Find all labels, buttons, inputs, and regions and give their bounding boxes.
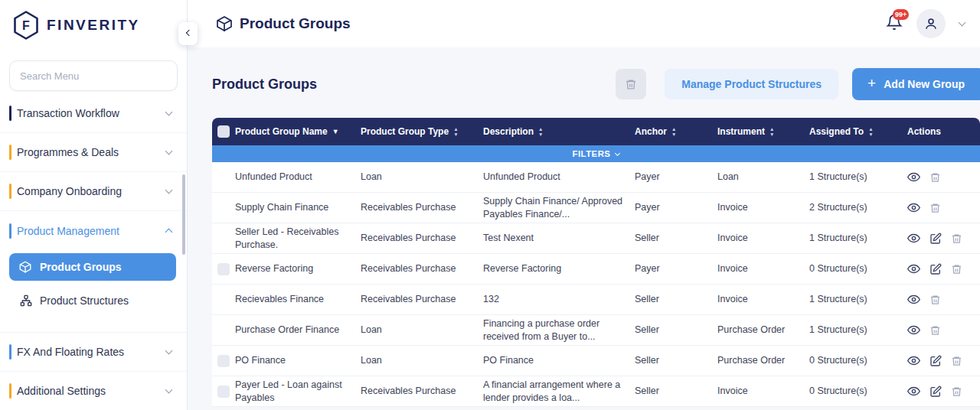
view-icon[interactable] [907,232,920,245]
user-menu-button[interactable] [916,9,946,38]
sidebar-item-fx-floating-rates[interactable]: FX And Floating Rates [0,333,187,372]
notification-badge: 99+ [893,9,909,20]
cell-type: Receivables Purchase [361,232,483,244]
sidebar-collapse-button[interactable] [178,22,198,45]
cell-name: Seller Led - Receivables Purchase. [235,226,361,251]
view-icon[interactable] [907,354,920,367]
delete-icon[interactable] [929,171,941,184]
manage-product-structures-button[interactable]: Manage Product Structures [665,69,838,99]
edit-icon[interactable] [929,386,942,398]
cell-name: Payer Led - Loan against Payables [235,379,361,404]
cell-type: Receivables Purchase [361,201,483,213]
cell-anchor: Seller [635,232,717,244]
sidebar-item-additional-settings[interactable]: Additional Settings [0,372,187,410]
add-new-group-button[interactable]: + Add New Group [852,68,980,100]
column-label: Product Group Type [361,126,449,137]
cell-name: Reverse Factoring [235,262,361,275]
view-icon[interactable] [907,324,920,337]
column-label: Product Group Name [235,126,328,137]
product-groups-icon [18,260,32,274]
chevron-down-icon [165,386,173,394]
delete-icon[interactable] [951,386,962,398]
product-groups-title-icon [215,15,234,33]
sidebar-item-label: FX And Floating Rates [17,346,124,358]
column-header-assigned-to[interactable]: Assigned To [809,126,901,137]
column-header-instrument[interactable]: Instrument [717,126,809,137]
filters-toggle[interactable]: FILTERS [212,145,980,162]
finverity-hexagon-icon: F [12,10,40,41]
notifications-button[interactable]: 99+ [886,14,903,34]
row-checkbox[interactable] [217,386,230,398]
sidebar-item-company-onboarding[interactable]: Company Onboarding [0,172,187,211]
app-root: F FINVERITY Transaction Workflow Program… [0,0,980,410]
view-icon[interactable] [907,385,920,398]
chevron-down-icon [165,347,173,355]
sidebar-item-label: Product Management [17,225,119,237]
delete-icon[interactable] [951,263,962,275]
column-header-name[interactable]: Product Group Name ▼ [235,126,361,137]
sidebar-item-product-structures[interactable]: Product Structures [0,282,187,319]
chevron-down-icon [165,148,173,155]
cell-assigned-to: 0 Structure(s) [809,354,901,366]
trash-icon [625,78,637,91]
cell-type: Loan [361,171,483,183]
delete-icon[interactable] [929,202,941,214]
cell-assigned-to: 1 Structure(s) [809,324,901,336]
view-icon[interactable] [907,262,920,275]
cell-assigned-to: 2 Structure(s) [809,201,901,213]
sidebar-scrollbar[interactable] [182,174,185,255]
sidebar-item-product-groups[interactable]: Product Groups [9,253,176,281]
brand-logo: F FINVERITY [0,0,187,48]
row-checkbox[interactable] [217,355,230,367]
plus-icon: + [867,75,876,92]
sidebar-item-transaction-workflow[interactable]: Transaction Workflow [0,94,187,133]
cell-assigned-to: 0 Structure(s) [809,385,901,397]
column-header-anchor[interactable]: Anchor [635,126,717,137]
delete-icon[interactable] [929,294,941,306]
cell-instrument: Invoice [717,201,809,213]
cell-description: 132 [483,293,635,305]
cell-type: Loan [361,354,483,366]
row-checkbox[interactable] [217,263,230,275]
view-icon[interactable] [907,171,920,184]
cell-type: Loan [361,324,483,336]
search-input[interactable] [9,60,178,91]
cell-assigned-to: 0 Structure(s) [809,262,901,275]
profile-chevron-down-icon[interactable] [959,19,966,27]
column-label: Description [483,126,534,137]
cell-name: Purchase Order Finance [235,324,361,336]
delete-icon[interactable] [929,324,941,337]
view-icon[interactable] [907,293,920,306]
toolbar: Product Groups Manage Product Structures… [212,67,980,101]
delete-icon[interactable] [951,233,962,245]
edit-icon[interactable] [929,355,942,367]
chevron-up-icon [165,228,173,236]
cell-description: Financing a purchase order received from… [483,317,635,343]
cell-anchor: Seller [635,385,717,397]
user-icon [924,17,938,31]
view-icon[interactable] [907,201,920,214]
sidebar-item-label: Company Onboarding [17,185,122,197]
sort-icon [671,126,676,137]
edit-icon[interactable] [929,263,942,275]
sidebar-item-programmes-deals[interactable]: Programmes & Deals [0,133,187,172]
cell-anchor: Seller [635,354,717,366]
topbar: Product Groups 99+ [188,0,980,47]
select-all-checkbox[interactable] [217,125,230,138]
edit-icon[interactable] [929,233,942,245]
cell-description: Supply Chain Finance/ Approved Payables … [483,195,635,220]
sidebar-item-product-management[interactable]: Product Management [0,211,187,250]
column-header-type[interactable]: Product Group Type [361,126,483,137]
sidebar-subitem-label: Product Groups [40,261,122,273]
page-title-group: Product Groups [215,15,351,33]
delete-icon[interactable] [951,355,962,367]
column-label: Instrument [717,126,765,137]
brand-name: FINVERITY [47,17,140,34]
page-content: Product Groups Manage Product Structures… [188,47,980,407]
column-header-description[interactable]: Description [483,126,635,137]
bulk-delete-button[interactable] [616,69,646,99]
table-row: PO Finance Loan PO Finance Seller Purcha… [212,346,980,376]
chevron-down-icon [165,187,173,194]
cell-description: Unfunded Product [483,171,635,183]
sidebar: F FINVERITY Transaction Workflow Program… [0,0,188,410]
